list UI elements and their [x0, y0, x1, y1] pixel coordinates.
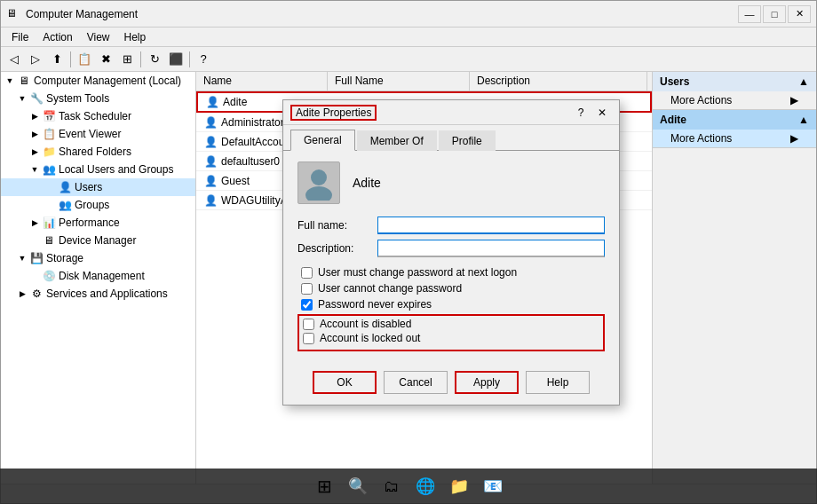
- sidebar-item-services[interactable]: ▶ ⚙ Services and Applications: [1, 285, 195, 303]
- toolbar-help[interactable]: ?: [194, 50, 213, 69]
- toolbar-copy[interactable]: 📋: [75, 50, 94, 69]
- local-users-expand[interactable]: ▼: [28, 162, 42, 177]
- checkbox-pwd-never-expires-label: Password never expires: [318, 298, 432, 311]
- services-expand[interactable]: ▶: [15, 287, 29, 301]
- user-name-display: Adite: [353, 176, 381, 190]
- sidebar-item-disk-management[interactable]: 💿 Disk Management: [1, 267, 195, 285]
- actions-section-adite-title[interactable]: Adite ▲: [653, 110, 816, 130]
- storage-label: Storage: [46, 252, 83, 264]
- device-manager-icon: 🖥: [42, 233, 56, 248]
- task-scheduler-label: Task Scheduler: [59, 110, 131, 122]
- checkbox-account-locked[interactable]: [303, 333, 314, 344]
- maximize-button[interactable]: □: [763, 5, 786, 23]
- toolbar-refresh[interactable]: ↻: [145, 50, 164, 69]
- toolbar-delete[interactable]: ✖: [96, 50, 115, 69]
- root-expand[interactable]: ▼: [3, 74, 17, 88]
- checkbox-row-3: Password never expires: [297, 298, 605, 311]
- sidebar-item-users[interactable]: 👤 Users: [1, 178, 195, 196]
- fullname-input[interactable]: [377, 217, 605, 234]
- sidebar-root[interactable]: ▼ 🖥 Computer Management (Local): [1, 72, 195, 90]
- help-button[interactable]: Help: [526, 371, 590, 394]
- taskbar-taskview[interactable]: 🗂: [377, 472, 406, 500]
- shared-folders-expand[interactable]: ▶: [28, 145, 42, 159]
- toolbar-back[interactable]: ◁: [4, 50, 24, 69]
- actions-users-more[interactable]: More Actions ▶: [653, 91, 816, 109]
- toolbar-sep-1: [70, 51, 71, 67]
- menu-help[interactable]: Help: [117, 29, 154, 45]
- sidebar-item-shared-folders[interactable]: ▶ 📁 Shared Folders: [1, 143, 195, 161]
- actions-adite-more[interactable]: More Actions ▶: [653, 130, 816, 147]
- event-viewer-expand[interactable]: ▶: [28, 127, 42, 141]
- actions-section-users: Users ▲ More Actions ▶: [653, 72, 816, 110]
- actions-panel: Users ▲ More Actions ▶ Adite ▲ More Acti…: [652, 72, 816, 484]
- col-header-description: Description: [470, 72, 647, 91]
- dialog-title: Adite Properties: [290, 105, 377, 121]
- sidebar-item-groups[interactable]: 👥 Groups: [1, 196, 195, 214]
- groups-icon: 👥: [58, 198, 72, 212]
- toolbar-up[interactable]: ⬆: [47, 50, 67, 69]
- description-input[interactable]: [377, 240, 605, 257]
- checkbox-row-5: Account is locked out: [299, 332, 603, 344]
- menu-file[interactable]: File: [4, 29, 36, 45]
- svg-point-1: [305, 186, 332, 201]
- svg-point-0: [311, 169, 327, 185]
- checkbox-must-change-pwd[interactable]: [301, 267, 313, 279]
- sidebar-item-local-users[interactable]: ▼ 👥 Local Users and Groups: [1, 161, 195, 178]
- local-users-label: Local Users and Groups: [59, 163, 173, 176]
- sidebar-item-device-manager[interactable]: 🖥 Device Manager: [1, 232, 195, 249]
- toolbar-export[interactable]: ⬛: [166, 50, 186, 69]
- user-icon-admin: 👤: [203, 115, 218, 130]
- ok-button[interactable]: OK: [313, 371, 377, 394]
- dialog-help-button[interactable]: ?: [571, 105, 591, 121]
- taskbar-start[interactable]: ⊞: [310, 472, 338, 500]
- user-header: Adite: [297, 161, 605, 204]
- tab-member-of[interactable]: Member Of: [357, 130, 437, 151]
- sidebar: ▼ 🖥 Computer Management (Local) ▼ 🔧 Syst…: [1, 72, 196, 484]
- menu-view[interactable]: View: [80, 29, 117, 45]
- tab-profile[interactable]: Profile: [439, 130, 496, 151]
- checkbox-password-never-expires[interactable]: [301, 299, 313, 311]
- sidebar-item-event-viewer[interactable]: ▶ 📋 Event Viewer: [1, 125, 195, 143]
- user-icon-guest: 👤: [203, 174, 218, 188]
- taskbar-edge[interactable]: 🌐: [411, 472, 440, 500]
- event-viewer-icon: 📋: [42, 127, 56, 141]
- taskbar-explorer[interactable]: 📁: [445, 472, 473, 500]
- storage-icon: 💾: [29, 251, 44, 265]
- toolbar-sep-2: [140, 51, 141, 67]
- sidebar-item-task-scheduler[interactable]: ▶ 📅 Task Scheduler: [1, 107, 195, 125]
- minimize-button[interactable]: —: [738, 5, 761, 23]
- user-icon-wdag: 👤: [203, 193, 218, 208]
- sidebar-item-system-tools[interactable]: ▼ 🔧 System Tools: [1, 90, 195, 107]
- sidebar-item-performance[interactable]: ▶ 📊 Performance: [1, 214, 195, 232]
- dialog-controls: ? ✕: [571, 105, 612, 121]
- root-icon: 🖥: [17, 74, 31, 88]
- checkbox-row-2: User cannot change password: [297, 282, 605, 295]
- actions-adite-label: Adite: [660, 114, 686, 126]
- close-button[interactable]: ✕: [788, 5, 811, 23]
- taskbar-mail[interactable]: 📧: [479, 472, 507, 500]
- taskbar-search[interactable]: 🔍: [344, 472, 372, 500]
- menu-action[interactable]: Action: [36, 29, 79, 45]
- cancel-button[interactable]: Cancel: [384, 371, 448, 394]
- sidebar-item-storage[interactable]: ▼ 💾 Storage: [1, 249, 195, 267]
- taskbar: ⊞ 🔍 🗂 🌐 📁 📧: [0, 469, 817, 504]
- toolbar-forward[interactable]: ▷: [26, 50, 45, 69]
- task-scheduler-expand[interactable]: ▶: [28, 109, 42, 123]
- user-icon-defaultaccount: 👤: [203, 135, 218, 149]
- tab-general[interactable]: General: [290, 130, 355, 151]
- checkbox-cannot-change-pwd[interactable]: [301, 283, 313, 295]
- shared-folders-icon: 📁: [42, 145, 56, 159]
- checkbox-cannot-change-pwd-label: User cannot change password: [318, 282, 462, 295]
- apply-button[interactable]: Apply: [455, 371, 519, 394]
- col-header-fullname: Full Name: [328, 72, 470, 91]
- actions-users-chevron: ▲: [798, 75, 809, 88]
- checkbox-account-disabled[interactable]: [303, 319, 314, 330]
- toolbar-properties[interactable]: ⊞: [117, 50, 137, 69]
- tabs-bar: General Member Of Profile: [283, 125, 619, 151]
- actions-section-users-title[interactable]: Users ▲: [653, 72, 816, 91]
- dialog-close-button[interactable]: ✕: [592, 105, 612, 121]
- performance-expand[interactable]: ▶: [28, 216, 42, 230]
- event-viewer-label: Event Viewer: [59, 128, 121, 140]
- system-tools-expand[interactable]: ▼: [15, 91, 29, 106]
- storage-expand[interactable]: ▼: [15, 251, 29, 265]
